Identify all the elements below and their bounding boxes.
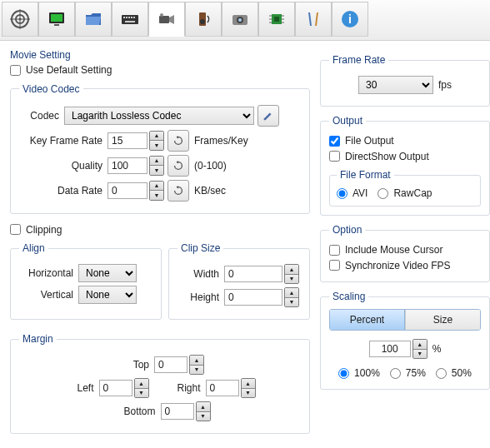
svg-text:i: i xyxy=(348,12,352,26)
codec-label: Codec xyxy=(19,110,64,122)
quality-spinner[interactable]: ▲▼ xyxy=(149,156,164,176)
svg-rect-12 xyxy=(131,17,132,18)
scale-50-radio[interactable]: 50% xyxy=(436,367,472,379)
right-spinner[interactable]: ▲▼ xyxy=(241,378,256,398)
tab-tools[interactable] xyxy=(295,2,332,37)
tab-speaker[interactable] xyxy=(185,2,222,37)
scaling-spinner[interactable]: ▲▼ xyxy=(412,339,428,359)
camera-icon xyxy=(230,9,250,29)
svg-rect-13 xyxy=(133,17,135,18)
svg-rect-14 xyxy=(125,21,135,22)
output-group: Output File Output DirectShow Output Fil… xyxy=(320,115,490,216)
right-label: Right xyxy=(166,382,206,394)
width-input[interactable] xyxy=(224,266,282,282)
directshow-checkbox[interactable]: DirectShow Output xyxy=(329,151,429,162)
svg-marker-34 xyxy=(176,160,178,163)
file-output-checkbox[interactable]: File Output xyxy=(329,135,394,147)
datarate-unit: KB/sec xyxy=(194,185,226,197)
svg-rect-15 xyxy=(159,16,169,23)
codec-settings-button[interactable] xyxy=(258,105,279,127)
svg-marker-33 xyxy=(176,135,178,138)
svg-rect-10 xyxy=(126,17,128,18)
framerate-unit: fps xyxy=(438,79,452,91)
monitor-icon xyxy=(47,9,67,29)
align-legend: Align xyxy=(19,242,48,254)
left-input[interactable] xyxy=(99,380,132,396)
reset-icon xyxy=(172,160,184,172)
align-group: Align Horizontal None Vertical None xyxy=(10,242,162,320)
mouse-cursor-checkbox[interactable]: Include Mouse Cursor xyxy=(329,244,442,256)
tools-icon xyxy=(303,9,323,29)
svg-rect-7 xyxy=(54,24,59,26)
avi-radio[interactable]: AVI xyxy=(337,187,368,199)
scaling-group: Scaling Percent Size ▲▼ % 100% 75% 50% xyxy=(320,291,490,390)
framerate-group: Frame Rate 30 fps xyxy=(320,54,490,107)
top-spinner[interactable]: ▲▼ xyxy=(189,355,204,375)
horizontal-label: Horizontal xyxy=(19,267,78,279)
left-spinner[interactable]: ▲▼ xyxy=(134,378,149,398)
toolbar: i xyxy=(0,0,490,41)
fileformat-group: File Format AVI RawCap xyxy=(329,169,481,207)
scaling-legend: Scaling xyxy=(329,291,368,302)
height-input[interactable] xyxy=(224,289,282,306)
scale-75-radio[interactable]: 75% xyxy=(390,367,426,379)
vertical-select[interactable]: None xyxy=(78,286,137,304)
chip-icon xyxy=(267,9,287,29)
keyframe-input[interactable] xyxy=(108,132,148,149)
tab-monitor[interactable] xyxy=(38,2,75,37)
size-tab[interactable]: Size xyxy=(405,310,480,330)
clipping-checkbox[interactable]: Clipping xyxy=(10,224,62,236)
tab-camera[interactable] xyxy=(222,2,258,37)
datarate-reset-button[interactable] xyxy=(168,180,189,202)
horizontal-select[interactable]: None xyxy=(78,264,137,282)
svg-point-17 xyxy=(160,13,163,17)
height-spinner[interactable]: ▲▼ xyxy=(284,287,299,307)
tab-keyboard[interactable] xyxy=(112,2,148,37)
top-input[interactable] xyxy=(154,356,188,373)
svg-marker-16 xyxy=(169,15,174,24)
datarate-label: Data Rate xyxy=(19,185,108,197)
tab-info[interactable]: i xyxy=(332,2,368,37)
sync-fps-checkbox[interactable]: Synchronize Video FPS xyxy=(329,260,451,271)
svg-point-19 xyxy=(200,19,205,24)
rawcap-radio[interactable]: RawCap xyxy=(378,187,432,199)
tab-chip[interactable] xyxy=(258,2,295,37)
framerate-select[interactable]: 30 xyxy=(358,76,433,94)
tab-folder[interactable] xyxy=(75,2,112,37)
scaling-mode-toggle[interactable]: Percent Size xyxy=(329,309,481,331)
codec-select[interactable]: Lagarith Lossless Codec xyxy=(64,107,254,125)
scaling-value-input[interactable] xyxy=(369,341,411,357)
tab-camcorder[interactable] xyxy=(148,2,185,37)
tab-target[interactable] xyxy=(2,2,38,37)
folder-icon xyxy=(83,9,103,29)
quality-reset-button[interactable] xyxy=(168,155,189,177)
target-icon xyxy=(10,9,30,29)
reset-icon xyxy=(172,185,184,197)
svg-rect-24 xyxy=(274,17,279,22)
datarate-input[interactable] xyxy=(108,182,148,199)
info-icon: i xyxy=(340,9,360,29)
movie-setting-title: Movie Setting xyxy=(10,49,310,61)
video-codec-group: Video Codec Codec Lagarith Lossless Code… xyxy=(10,83,310,214)
option-group: Option Include Mouse Cursor Synchronize … xyxy=(320,224,490,282)
right-input[interactable] xyxy=(206,380,239,396)
svg-rect-6 xyxy=(51,14,62,22)
width-spinner[interactable]: ▲▼ xyxy=(284,264,299,284)
keyboard-icon xyxy=(120,9,140,29)
video-codec-legend: Video Codec xyxy=(19,83,83,95)
pencil-icon xyxy=(262,110,274,122)
datarate-spinner[interactable]: ▲▼ xyxy=(149,181,164,201)
bottom-spinner[interactable]: ▲▼ xyxy=(196,401,211,421)
margin-group: Margin Top ▲▼ Left ▲▼ Right ▲▼ Bot xyxy=(10,333,310,434)
use-default-checkbox[interactable]: Use Default Setting xyxy=(10,64,112,76)
quality-input[interactable] xyxy=(108,157,148,174)
percent-tab[interactable]: Percent xyxy=(330,310,405,330)
keyframe-reset-button[interactable] xyxy=(168,130,189,152)
scale-100-radio[interactable]: 100% xyxy=(338,367,380,379)
bottom-input[interactable] xyxy=(161,403,194,420)
svg-rect-8 xyxy=(122,15,138,24)
framerate-legend: Frame Rate xyxy=(329,54,388,66)
keyframe-spinner[interactable]: ▲▼ xyxy=(149,131,164,151)
height-label: Height xyxy=(178,291,224,303)
scaling-unit: % xyxy=(432,343,442,355)
